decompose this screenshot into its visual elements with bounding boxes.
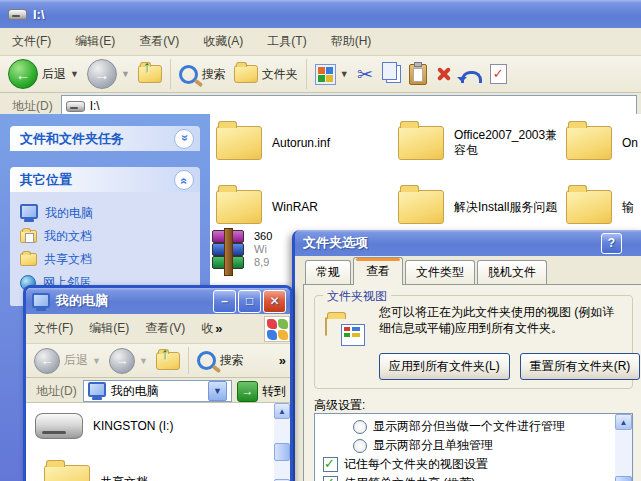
drive-tile-kingston[interactable]: KINGSTON (I:) xyxy=(35,413,173,439)
option-simple-sharing[interactable]: 使用简单文件共享 (推荐) xyxy=(323,475,475,481)
drive-icon xyxy=(8,9,27,20)
file-tile-autorun[interactable]: Autorun.inf xyxy=(216,126,330,160)
apply-to-all-folders-button[interactable]: 应用到所有文件夹(L) xyxy=(379,353,510,380)
scroll-thumb[interactable] xyxy=(274,443,290,461)
folders-icon xyxy=(234,65,258,83)
computer-icon xyxy=(20,204,38,219)
search-button[interactable]: 搜索 xyxy=(175,63,230,86)
back-dropdown-icon[interactable]: ▼ xyxy=(70,69,79,79)
file-tile-office[interactable]: Office2007_2003兼容包 xyxy=(398,126,566,160)
sidebar-item-my-documents[interactable]: 我的文档 xyxy=(20,225,196,248)
go-button[interactable]: → 转到 xyxy=(237,381,286,402)
properties-button[interactable] xyxy=(486,62,511,86)
scroll-up-button[interactable]: ▲ xyxy=(274,403,290,419)
copy-button[interactable] xyxy=(377,63,405,85)
explorer-titlebar[interactable]: I:\ xyxy=(0,0,641,28)
checkbox-checked-icon[interactable] xyxy=(323,476,338,481)
up-button[interactable]: ↑ xyxy=(152,350,184,372)
file-tile-360-archive[interactable]: 360 Wi 8,9 xyxy=(212,230,272,272)
back-button[interactable]: ← 后退 ▼ xyxy=(4,57,83,91)
file-tile-install[interactable]: 解决Install服务问题 xyxy=(398,190,557,224)
scroll-thumb[interactable] xyxy=(615,476,632,481)
tab-general[interactable]: 常规 xyxy=(305,260,351,285)
paste-button[interactable] xyxy=(405,62,431,87)
minimize-button[interactable]: – xyxy=(213,290,236,313)
tasks-panel-header[interactable]: 文件和文件夹任务 « xyxy=(10,126,200,151)
tab-file-types[interactable]: 文件类型 xyxy=(405,260,475,285)
places-panel-header[interactable]: 其它位置 « xyxy=(10,167,200,192)
up-arrow-icon: ↑ xyxy=(161,345,169,363)
sidebar-item-shared-documents[interactable]: 共享文档 xyxy=(20,248,196,271)
reset-all-folders-button[interactable]: 重置所有文件夹(R) xyxy=(520,353,641,380)
menu-help[interactable]: 帮助(H) xyxy=(319,28,384,55)
radio-icon[interactable] xyxy=(353,420,367,434)
radio-icon[interactable] xyxy=(353,439,367,453)
forward-dropdown-icon: ▼ xyxy=(139,356,148,366)
menu-tools[interactable]: 工具(T) xyxy=(255,28,318,55)
menu-file[interactable]: 文件(F) xyxy=(26,314,81,343)
option-radio-manage-separately[interactable]: 显示两部分且单独管理 xyxy=(353,437,493,454)
computer-titlebar[interactable]: 我的电脑 – □ ✕ xyxy=(26,288,290,314)
menu-favorites-truncated[interactable]: 收 xyxy=(193,314,213,343)
computer-icon xyxy=(88,382,106,397)
back-dropdown-icon: ▼ xyxy=(92,356,101,366)
menu-view[interactable]: 查看(V) xyxy=(137,314,193,343)
file-label: 输 xyxy=(622,200,634,215)
archive-type: Wi xyxy=(254,243,272,256)
views-dropdown-icon[interactable]: ▼ xyxy=(340,69,349,79)
back-icon: ← xyxy=(34,348,60,374)
file-tile-on[interactable]: On xyxy=(566,126,638,160)
menu-view[interactable]: 查看(V) xyxy=(127,28,191,55)
explorer-toolbar: ← 后退 ▼ → ▼ ↑ 搜索 文件夹 xyxy=(0,56,641,93)
list-scrollbar[interactable]: ▲ xyxy=(615,414,632,481)
scroll-up-button[interactable]: ▲ xyxy=(615,414,632,430)
computer-scrollbar[interactable]: ▲ ▼ xyxy=(274,403,290,481)
menu-file[interactable]: 文件(F) xyxy=(0,28,63,55)
option-radio-manage-as-one[interactable]: 显示两部分但当做一个文件进行管理 xyxy=(353,418,565,435)
back-label: 后退 xyxy=(64,352,88,369)
file-tile-shu[interactable]: 输 xyxy=(566,190,634,224)
advanced-settings-list[interactable]: 显示两部分但当做一个文件进行管理 显示两部分且单独管理 记住每个文件夹的视图设置… xyxy=(314,413,633,481)
checkbox-checked-icon[interactable] xyxy=(323,457,338,472)
file-tile-winrar[interactable]: WinRAR xyxy=(216,190,318,224)
computer-menubar: 文件(F) 编辑(E) 查看(V) 收 » xyxy=(26,314,290,344)
dialog-help-button[interactable]: ? xyxy=(601,233,622,254)
toolbar-separator xyxy=(306,59,307,89)
dialog-titlebar[interactable]: 文件夹选项 ? xyxy=(295,230,641,256)
search-button[interactable]: 搜索 xyxy=(193,349,248,372)
views-button[interactable]: ▼ xyxy=(311,62,353,87)
folder-label: 共享文档 xyxy=(100,475,148,481)
up-folder-icon: ↑ xyxy=(156,352,180,370)
maximize-button[interactable]: □ xyxy=(238,290,261,313)
folder-tile-shared-docs[interactable]: 共享文档 xyxy=(44,465,148,481)
collapse-panel-button[interactable]: « xyxy=(174,170,194,190)
combo-dropdown-icon[interactable]: ▼ xyxy=(208,381,227,401)
forward-dropdown-icon[interactable]: ▼ xyxy=(121,69,130,79)
menu-edit[interactable]: 编辑(E) xyxy=(63,28,127,55)
close-button[interactable]: ✕ xyxy=(263,290,286,313)
delete-button[interactable] xyxy=(431,63,457,85)
paste-icon xyxy=(409,64,427,85)
tab-offline-files[interactable]: 脱机文件 xyxy=(477,260,547,285)
computer-file-area[interactable]: KINGSTON (I:) 共享文档 ▲ ▼ xyxy=(26,402,290,481)
folders-button[interactable]: 文件夹 xyxy=(230,63,302,85)
menu-edit[interactable]: 编辑(E) xyxy=(81,314,137,343)
cut-button[interactable]: ✂ xyxy=(353,63,377,86)
folder-view-description: 您可以将正在为此文件夹使用的视图 (例如详细信息或平铺)应用到所有文件夹。 xyxy=(379,304,624,336)
check-document-icon xyxy=(490,64,507,84)
forward-button[interactable]: → ▼ xyxy=(83,57,134,91)
menu-overflow-chevron[interactable]: » xyxy=(215,321,222,336)
sidebar-item-my-computer[interactable]: 我的电脑 xyxy=(20,202,196,225)
folder-views-groupbox: 文件夹视图 您可以将正在为此文件夹使用的视图 (例如详细信息或平铺)应用到所有文… xyxy=(314,295,633,389)
undo-button[interactable] xyxy=(457,64,486,85)
chevron-down-icon: « xyxy=(177,136,191,141)
address-combo[interactable]: 我的电脑 ▼ xyxy=(83,380,232,402)
expand-panel-button[interactable]: « xyxy=(174,129,194,149)
folder-icon xyxy=(44,465,90,481)
toolbar-overflow-chevron[interactable]: » xyxy=(279,353,286,368)
menu-favorites[interactable]: 收藏(A) xyxy=(191,28,255,55)
tasks-panel-title: 文件和文件夹任务 xyxy=(20,130,124,148)
up-button[interactable]: ↑ xyxy=(134,63,166,85)
option-remember-view[interactable]: 记住每个文件夹的视图设置 xyxy=(323,456,488,473)
tab-view[interactable]: 查看 xyxy=(353,257,403,285)
